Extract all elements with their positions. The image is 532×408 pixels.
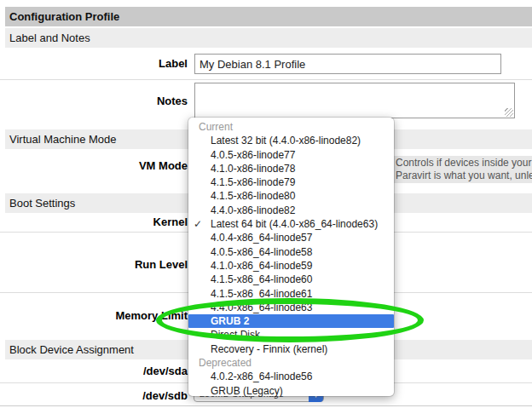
menu-item-kernel[interactable]: 4.1.5-x86_64-linode61 <box>188 287 394 301</box>
memory-limit-field-label: Memory Limit <box>0 309 188 322</box>
vm-mode-help-line1: Controls if devices inside your <box>396 157 532 170</box>
menu-item-kernel[interactable]: 4.1.5-x86_64-linode60 <box>188 273 394 286</box>
menu-item-kernel[interactable]: 4.0.2-x86_64-linode56 <box>188 370 394 383</box>
kernel-dropdown-menu: Current Latest 32 bit (4.4.0-x86-linode8… <box>188 118 394 396</box>
menu-item-kernel[interactable]: Recovery - Finnix (kernel) <box>188 342 394 356</box>
textarea-resize-grip[interactable] <box>505 108 513 117</box>
menu-item-kernel[interactable]: 4.0.5-x86-linode77 <box>188 148 394 162</box>
notes-textarea[interactable] <box>194 83 515 118</box>
menu-item-kernel[interactable]: 4.1.0-x86_64-linode59 <box>188 259 394 273</box>
label-input[interactable] <box>194 54 501 74</box>
vm-mode-field-label: VM Mode <box>0 159 188 172</box>
menu-item-kernel[interactable]: 4.0.5-x86_64-linode58 <box>188 245 394 259</box>
vm-mode-help-line2: Paravirt is what you want, unle <box>396 170 532 182</box>
kernel-field-label: Kernel <box>0 215 188 228</box>
menu-item-kernel[interactable]: Latest 32 bit (4.4.0-x86-linode82) <box>188 134 394 147</box>
configuration-profile-page: { "page_title": "Configuration Profile",… <box>0 0 532 408</box>
vm-mode-help-text: Controls if devices inside your Paravirt… <box>390 156 532 183</box>
menu-item-kernel[interactable]: GRUB (Legacy) <box>188 384 394 398</box>
label-field-label: Label <box>0 57 188 70</box>
menu-item-kernel[interactable]: 4.4.0-x86_64-linode63 <box>188 301 394 314</box>
menu-item-kernel[interactable]: Direct Disk <box>188 328 394 342</box>
dev-sda-field-label: /dev/sda <box>0 365 188 377</box>
section-label-and-notes: Label and Notes <box>5 28 532 48</box>
dev-sdb-field-label: /dev/sdb <box>0 389 188 402</box>
menu-item-grub2-highlighted[interactable]: GRUB 2 <box>188 314 394 328</box>
menu-item-kernel[interactable]: 4.4.0-x86-linode82 <box>188 204 394 217</box>
menu-item-kernel[interactable]: 4.0.4-x86_64-linode57 <box>188 231 394 244</box>
divider <box>0 79 532 80</box>
menu-item-kernel[interactable]: 4.1.5-x86-linode79 <box>188 175 394 189</box>
menu-item-kernel[interactable]: 4.1.0-x86-linode78 <box>188 162 394 175</box>
checkmark-icon: ✓ <box>194 217 209 231</box>
run-level-field-label: Run Level <box>0 258 188 271</box>
page-title: Configuration Profile <box>5 7 532 26</box>
menu-group-deprecated: Deprecated <box>188 356 394 370</box>
menu-item-label: Latest 64 bit (4.4.0-x86_64-linode63) <box>211 218 378 230</box>
menu-group-current: Current <box>188 120 394 134</box>
divider <box>0 405 532 406</box>
menu-item-kernel[interactable]: 4.1.5-x86-linode80 <box>188 189 394 203</box>
menu-item-kernel-checked[interactable]: ✓ Latest 64 bit (4.4.0-x86_64-linode63) <box>188 217 394 231</box>
notes-field-label: Notes <box>0 95 188 107</box>
